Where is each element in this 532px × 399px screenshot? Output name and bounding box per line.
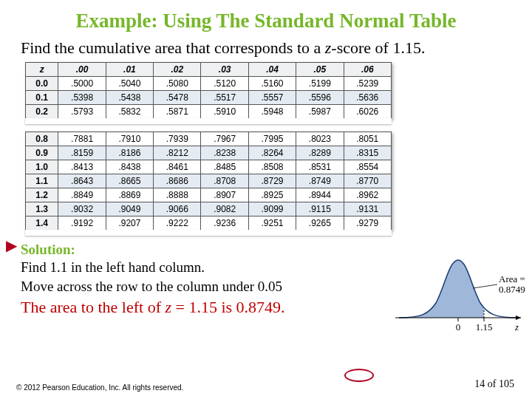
- row-header: 0.1: [26, 90, 58, 104]
- cell-value: .9131: [344, 202, 391, 216]
- cell-value: .5987: [296, 104, 344, 118]
- row-header: 1.0: [26, 160, 58, 174]
- cell-value: .8485: [201, 160, 248, 174]
- cell-value: .9066: [154, 202, 201, 216]
- area-label-line1: Area =: [499, 273, 525, 284]
- cell-value: .5120: [201, 76, 248, 90]
- cell-value: .8907: [201, 188, 248, 202]
- col-header: .03: [201, 62, 248, 76]
- cell-value: .5478: [154, 90, 201, 104]
- z-table-bottom: 0.8.7881.7910.7939.7967.7995.8023.80510.…: [25, 132, 392, 236]
- cell-value: .5557: [248, 90, 296, 104]
- cell-value: .5910: [201, 104, 248, 118]
- cell-value: .9265: [296, 216, 344, 230]
- leader-line: [473, 284, 497, 288]
- col-header: .05: [296, 62, 344, 76]
- cell-value: .8770: [344, 174, 391, 188]
- cell-value: .8051: [344, 132, 391, 146]
- col-header: .06: [344, 62, 391, 76]
- cell-value: .8461: [154, 160, 201, 174]
- cell-value: .8729: [248, 174, 296, 188]
- cell-value: .5793: [58, 104, 106, 118]
- row-header: 0.2: [26, 104, 58, 118]
- cell-value: .8315: [344, 146, 391, 160]
- cell-value: .8289: [296, 146, 344, 160]
- cell-value: .9251: [248, 216, 296, 230]
- cell-value: .9115: [296, 202, 344, 216]
- cell-value: .9222: [154, 216, 201, 230]
- cell-value: .8708: [201, 174, 248, 188]
- cell-value: .5199: [296, 76, 344, 90]
- cell-value: .8212: [154, 146, 201, 160]
- area-label-line2: 0.8749: [499, 284, 525, 295]
- cell-value: .8508: [248, 160, 296, 174]
- cell-value: .8925: [248, 188, 296, 202]
- prompt-pre: Find the cumulative area that correspond…: [21, 38, 325, 57]
- col-header: .04: [248, 62, 296, 76]
- page-number: 14 of 105: [474, 378, 514, 390]
- cell-value: .8023: [296, 132, 344, 146]
- cell-value: .5871: [154, 104, 201, 118]
- cell-value: .8962: [344, 188, 391, 202]
- cell-value: .8264: [248, 146, 296, 160]
- row-header: 1.3: [26, 202, 58, 216]
- cell-value: .9207: [106, 216, 153, 230]
- cell-value: .7881: [58, 132, 106, 146]
- cell-value: .8643: [58, 174, 106, 188]
- cell-value: .7939: [154, 132, 201, 146]
- cell-value: .7910: [106, 132, 153, 146]
- cell-value: .5080: [154, 76, 201, 90]
- cell-value: .8749: [296, 174, 344, 188]
- tick-1-label: 1.15: [476, 321, 493, 332]
- cell-value: .5040: [106, 76, 153, 90]
- cell-value: .5000: [58, 76, 106, 90]
- row-header: 0.9: [26, 146, 58, 160]
- cell-value: .9279: [344, 216, 391, 230]
- cell-value: .9099: [248, 202, 296, 216]
- row-header: 1.2: [26, 188, 58, 202]
- cell-value: .5832: [106, 104, 153, 118]
- cell-value: .8869: [106, 188, 153, 202]
- copyright-text: © 2012 Pearson Education, Inc. All right…: [16, 383, 183, 392]
- z-table-2: 0.8.7881.7910.7939.7967.7995.8023.80510.…: [25, 132, 392, 231]
- cell-value: .8554: [344, 160, 391, 174]
- cell-value: .5438: [106, 90, 153, 104]
- axis-z-label: z: [514, 321, 519, 332]
- cell-value: .7967: [201, 132, 248, 146]
- cell-value: .5398: [58, 90, 106, 104]
- cell-value: .9192: [58, 216, 106, 230]
- cell-value: .8665: [106, 174, 153, 188]
- prompt-text: Find the cumulative area that correspond…: [0, 37, 532, 61]
- cell-value: .6026: [344, 104, 391, 118]
- cell-value: .8888: [154, 188, 201, 202]
- cell-value: .8438: [106, 160, 153, 174]
- conclusion-pre: The area to the left of: [21, 298, 165, 316]
- prompt-post: -score of 1.15.: [331, 38, 425, 57]
- cell-value: .5517: [201, 90, 248, 104]
- col-header: .00: [58, 62, 106, 76]
- cell-value: .9236: [201, 216, 248, 230]
- axis-arrow-icon: [516, 316, 521, 320]
- cell-value: .9049: [106, 202, 153, 216]
- slide-title: Example: Using The Standard Normal Table: [0, 0, 532, 37]
- page-current: 14: [474, 378, 485, 389]
- torn-edge-icon: [25, 118, 392, 124]
- cell-value: .5948: [248, 104, 296, 118]
- cell-value: .7995: [248, 132, 296, 146]
- row-header: 1.1: [26, 174, 58, 188]
- cell-value: .8159: [58, 146, 106, 160]
- z-table-1: z.00.01.02.03.04.05.060.0.5000.5040.5080…: [25, 62, 392, 119]
- cell-value: .9082: [201, 202, 248, 216]
- row-header: 0.0: [26, 76, 58, 90]
- cell-value: .5160: [248, 76, 296, 90]
- page-total: 105: [499, 378, 514, 389]
- cell-value: .8186: [106, 146, 153, 160]
- cell-value: .9032: [58, 202, 106, 216]
- cell-value: .8238: [201, 146, 248, 160]
- z-table-top: z.00.01.02.03.04.05.060.0.5000.5040.5080…: [25, 62, 392, 124]
- cell-value: .8944: [296, 188, 344, 202]
- cell-value: .8686: [154, 174, 201, 188]
- cell-value: .5596: [296, 90, 344, 104]
- cell-value: .8413: [58, 160, 106, 174]
- highlight-circle-icon: [344, 369, 374, 382]
